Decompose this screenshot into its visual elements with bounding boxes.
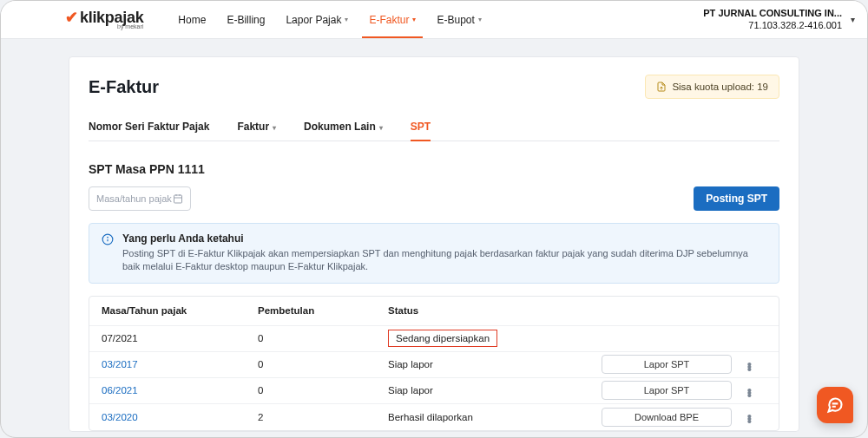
spt-table: Masa/Tahun pajak Pembetulan Status 07/20… <box>89 296 779 431</box>
svg-point-7 <box>108 237 108 238</box>
cell-pembetulan: 0 <box>258 359 388 369</box>
calendar-icon <box>173 193 183 204</box>
cell-status: Berhasil dilaporkan <box>388 412 602 422</box>
chevron-down-icon: ▾ <box>851 15 855 24</box>
top-navigation: ✔ klikpajak by mekari HomeE-BillingLapor… <box>1 1 867 39</box>
info-icon <box>102 233 114 245</box>
kebab-menu-icon[interactable]: ••• <box>747 387 751 395</box>
table-row: 07/20210Sedang dipersiapkan <box>89 326 779 352</box>
company-id: 71.103.328.2-416.001 <box>703 20 842 31</box>
chat-icon <box>826 396 844 414</box>
lapor-spt-button[interactable]: Lapor SPT <box>602 381 732 400</box>
tab-spt[interactable]: SPT <box>411 113 431 141</box>
nav-item-lapor-pajak[interactable]: Lapor Pajak▾ <box>275 1 358 38</box>
table-row: 03/20170Siap laporLapor SPT••• <box>89 352 779 378</box>
quota-text: Sisa kuota upload: 19 <box>672 82 768 92</box>
cell-pembetulan: 2 <box>258 412 388 422</box>
col-status: Status <box>388 305 602 316</box>
col-period: Masa/Tahun pajak <box>102 305 258 316</box>
svg-rect-1 <box>174 195 182 203</box>
chat-fab[interactable] <box>817 387 853 423</box>
cell-status: Siap lapor <box>388 385 602 396</box>
posting-spt-button[interactable]: Posting SPT <box>694 186 779 211</box>
main-card: E-Faktur Sisa kuota upload: 19 Nomor Ser… <box>69 56 799 432</box>
info-banner: Yang perlu Anda ketahui Posting SPT di E… <box>89 223 779 284</box>
kebab-menu-icon[interactable]: ••• <box>747 413 751 421</box>
brand-byline: by mekari <box>117 23 143 29</box>
lapor-spt-button[interactable]: Lapor SPT <box>602 355 732 374</box>
brand-logo[interactable]: ✔ klikpajak by mekari <box>65 10 143 29</box>
tab-faktur[interactable]: Faktur▾ <box>237 113 276 141</box>
status-highlight: Sedang dipersiapkan <box>388 330 497 347</box>
table-header: Masa/Tahun pajak Pembetulan Status <box>89 297 779 326</box>
col-pembetulan: Pembetulan <box>258 305 388 316</box>
check-icon: ✔ <box>65 10 78 25</box>
cell-pembetulan: 0 <box>258 333 388 343</box>
nav-item-e-billing[interactable]: E-Billing <box>216 1 275 38</box>
period-placeholder: Masa/tahun pajak <box>96 193 172 204</box>
download-bpe-button[interactable]: Download BPE <box>602 408 732 427</box>
cell-pembetulan: 0 <box>258 385 388 396</box>
cell-period[interactable]: 03/2020 <box>102 412 258 422</box>
cell-period[interactable]: 06/2021 <box>102 385 258 396</box>
tab-nomor-seri-faktur-pajak[interactable]: Nomor Seri Faktur Pajak <box>89 113 209 141</box>
company-name: PT JURNAL CONSULTING IN... <box>703 8 842 19</box>
cell-period[interactable]: 03/2017 <box>102 359 258 369</box>
company-switcher[interactable]: PT JURNAL CONSULTING IN... 71.103.328.2-… <box>703 8 855 30</box>
period-input[interactable]: Masa/tahun pajak <box>89 186 191 211</box>
table-row: 06/20210Siap laporLapor SPT••• <box>89 378 779 404</box>
cell-period: 07/2021 <box>102 333 258 343</box>
chevron-down-icon: ▾ <box>412 16 416 23</box>
table-row: 03/20202Berhasil dilaporkanDownload BPE•… <box>89 404 779 430</box>
info-body: Posting SPT di E-Faktur Klikpajak akan m… <box>122 247 766 274</box>
quota-badge: Sisa kuota upload: 19 <box>645 75 779 99</box>
cell-status: Siap lapor <box>388 359 602 369</box>
chevron-down-icon: ▾ <box>345 16 348 23</box>
nav-item-home[interactable]: Home <box>168 1 216 38</box>
chevron-down-icon: ▾ <box>478 16 482 23</box>
nav-item-e-faktur[interactable]: E-Faktur▾ <box>358 1 426 38</box>
page-title: E-Faktur <box>89 77 159 97</box>
upload-icon <box>656 82 667 92</box>
tab-dokumen-lain[interactable]: Dokumen Lain▾ <box>304 113 383 141</box>
kebab-menu-icon[interactable]: ••• <box>747 361 751 369</box>
sub-tabs: Nomor Seri Faktur PajakFaktur▾Dokumen La… <box>89 113 779 141</box>
nav-item-e-bupot[interactable]: E-Bupot▾ <box>426 1 491 38</box>
info-title: Yang perlu Anda ketahui <box>122 232 766 245</box>
section-title: SPT Masa PPN 1111 <box>89 162 779 176</box>
chevron-down-icon: ▾ <box>273 124 276 132</box>
chevron-down-icon: ▾ <box>379 124 383 132</box>
cell-status: Sedang dipersiapkan <box>388 330 602 347</box>
